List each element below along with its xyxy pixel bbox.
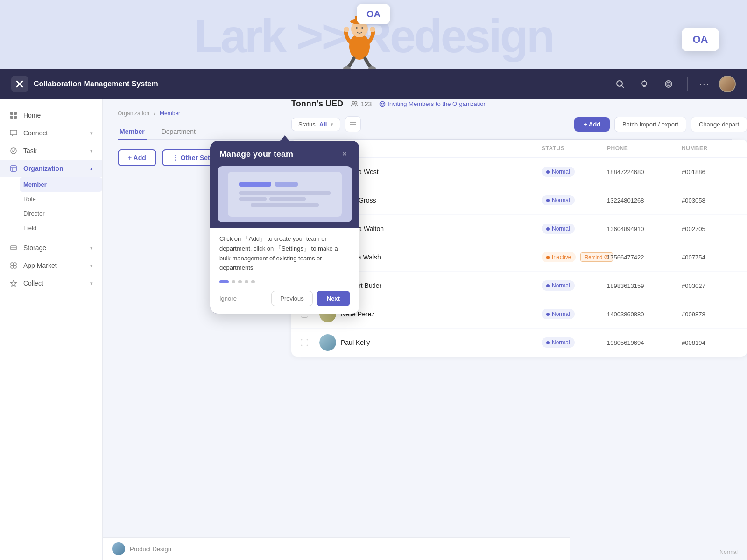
svg-point-14: [642, 81, 647, 86]
table-row: Paul Kelly Normal 19805619694 #008194: [291, 329, 747, 357]
sidebar-item-home[interactable]: Home: [0, 106, 102, 124]
col-number: Number: [682, 145, 738, 152]
storage-chevron-icon: ▾: [90, 245, 93, 251]
pd-label: Product Design: [130, 546, 171, 553]
team-name: Tonnn's UED: [291, 99, 343, 109]
change-department-button[interactable]: Change depart: [691, 117, 747, 132]
sidebar-home-label: Home: [23, 112, 93, 119]
view-toggle-button[interactable]: [345, 116, 361, 132]
row-checkbox-7[interactable]: [301, 339, 308, 346]
status-cell-6: Normal: [542, 309, 607, 319]
invite-text: Inviting Members to the Organization: [388, 100, 486, 107]
phone-2: 13224801268: [607, 197, 682, 204]
sidebar-storage-label: Storage: [23, 244, 85, 252]
sidebar-sub-role[interactable]: Role: [23, 192, 102, 206]
tooltip-close-button[interactable]: ×: [339, 148, 350, 160]
status-badge-6: Normal: [542, 309, 575, 319]
svg-point-38: [380, 101, 385, 106]
svg-point-37: [354, 101, 357, 104]
sidebar-sub-member[interactable]: Member: [20, 177, 102, 192]
user-avatar[interactable]: [719, 76, 736, 92]
sidebar-item-appmarket[interactable]: App Market ▾: [0, 257, 102, 274]
svg-point-12: [617, 81, 622, 86]
tab-member[interactable]: Member: [118, 124, 147, 140]
mock-line-2: [251, 203, 319, 207]
sidebar-item-collect[interactable]: Collect ▾: [0, 274, 102, 292]
logo-icon: [11, 76, 28, 92]
tooltip-header: Manage your team ×: [210, 141, 359, 164]
tooltip-progress-dots: [219, 280, 350, 283]
status-bar: Normal: [719, 549, 738, 555]
svg-point-33: [11, 266, 14, 268]
top-banner: Lark >> Redesign OA: [0, 0, 747, 75]
add-button[interactable]: + Add: [118, 149, 156, 166]
navbar-logo: Collaboration Management System: [11, 76, 158, 92]
phone-5: 18983613159: [607, 282, 682, 289]
svg-point-19: [668, 84, 669, 85]
status-text-2: Normal: [552, 197, 570, 203]
status-badge-2: Normal: [542, 195, 575, 205]
more-options-button[interactable]: ···: [699, 79, 710, 90]
number-6: #009878: [682, 311, 738, 318]
table-row: Nelle Perez Normal 14003860880 #009878: [291, 300, 747, 329]
breadcrumb-separator: /: [154, 110, 155, 117]
status-badge-1: Normal: [542, 167, 575, 177]
svg-rect-22: [10, 116, 13, 119]
next-button[interactable]: Next: [317, 291, 350, 306]
status-dot-2: [546, 199, 550, 202]
status-cell-2: Normal: [542, 195, 607, 205]
status-cell-7: Normal: [542, 337, 607, 348]
svg-point-0: [349, 34, 370, 60]
svg-point-40: [383, 103, 384, 104]
sidebar-item-organization[interactable]: Organization ▴: [0, 160, 102, 177]
oa-badge-nav: OA: [682, 28, 719, 51]
svg-point-34: [14, 263, 16, 266]
status-text-3: Normal: [552, 225, 570, 232]
status-dot-4: [546, 256, 550, 259]
status-badge-3: Normal: [542, 224, 575, 234]
number-4: #007754: [682, 254, 738, 261]
svg-point-6: [344, 27, 349, 32]
navbar-actions: ···: [613, 76, 736, 92]
sidebar-item-connect[interactable]: Connect ▾: [0, 124, 102, 142]
status-label: Status: [298, 121, 316, 128]
tab-department[interactable]: Department: [160, 124, 197, 140]
svg-point-5: [361, 27, 363, 29]
phone-1: 18847224680: [607, 168, 682, 175]
ignore-button[interactable]: Ignore: [219, 295, 237, 302]
table-row: Loretta Walsh Inactive Remind 1756647742…: [291, 243, 747, 272]
sidebar-sub-director[interactable]: Director: [23, 206, 102, 221]
avatar-image: [720, 77, 735, 91]
svg-rect-20: [10, 112, 13, 115]
svg-point-39: [381, 103, 382, 104]
status-filter[interactable]: Status All ▾: [291, 118, 340, 131]
svg-point-4: [356, 27, 358, 29]
dot-2: [232, 280, 235, 283]
svg-marker-35: [11, 280, 16, 286]
search-button[interactable]: [613, 77, 627, 91]
task-icon: [9, 147, 18, 155]
svg-rect-26: [11, 166, 16, 171]
number-2: #003058: [682, 197, 738, 204]
sidebar-item-task[interactable]: Task ▾: [0, 142, 102, 160]
svg-rect-29: [11, 246, 16, 250]
tooltip-nav-buttons: Previous Next: [271, 291, 350, 306]
dot-4: [245, 280, 248, 283]
all-label: All: [319, 121, 327, 128]
content-area: Organization / Member Member Department …: [103, 99, 747, 560]
invite-link[interactable]: Inviting Members to the Organization: [379, 100, 486, 107]
appmarket-icon: [9, 261, 18, 270]
svg-rect-24: [10, 130, 17, 135]
target-button[interactable]: [661, 77, 676, 91]
batch-import-export-button[interactable]: Batch import / export: [614, 117, 686, 132]
table-add-button[interactable]: + Add: [574, 117, 610, 132]
collect-chevron-icon: ▾: [90, 280, 93, 287]
sidebar-task-label: Task: [23, 147, 85, 154]
sidebar-sub-field[interactable]: Field: [23, 221, 102, 235]
members-table: Name Status Phone Number Joshua West: [291, 140, 747, 357]
sidebar-item-storage[interactable]: Storage ▾: [0, 239, 102, 257]
svg-line-13: [622, 86, 624, 88]
bulb-button[interactable]: [637, 77, 652, 91]
pd-avatar: [112, 542, 125, 555]
previous-button[interactable]: Previous: [271, 291, 313, 306]
